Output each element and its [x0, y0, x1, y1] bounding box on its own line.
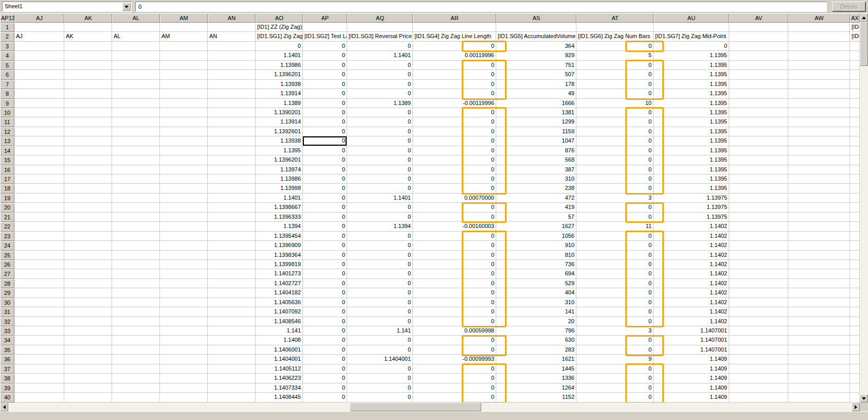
- cell-AP1[interactable]: [303, 23, 347, 32]
- cell-AX39[interactable]: [850, 383, 860, 393]
- cell-AL12[interactable]: [112, 127, 160, 136]
- cell-AO25[interactable]: 1.1398364: [256, 251, 303, 260]
- cell-AN35[interactable]: [208, 345, 256, 355]
- cell-AW6[interactable]: [788, 70, 850, 79]
- cell-AT25[interactable]: 0: [576, 251, 654, 260]
- cell-AQ22[interactable]: 1.1394: [347, 222, 413, 231]
- cell-AV32[interactable]: [729, 317, 788, 326]
- cell-AU31[interactable]: 1.1402: [654, 307, 729, 317]
- cell-AQ27[interactable]: 0: [347, 269, 413, 278]
- cell-AU33[interactable]: 1.1407001: [654, 326, 729, 336]
- cell-AJ38[interactable]: [14, 374, 64, 383]
- column-header-AW[interactable]: AW: [788, 13, 850, 23]
- cell-AT20[interactable]: 0: [576, 203, 654, 212]
- cell-AJ12[interactable]: [14, 127, 64, 136]
- column-header-AK[interactable]: AK: [64, 13, 112, 23]
- cell-AQ30[interactable]: 0: [347, 298, 413, 307]
- cell-AK32[interactable]: [64, 317, 112, 326]
- cell-AS4[interactable]: 929: [496, 51, 576, 60]
- cell-AK35[interactable]: [64, 345, 112, 355]
- cell-AT29[interactable]: 0: [576, 288, 654, 297]
- cell-AM16[interactable]: [160, 165, 208, 174]
- cell-AW36[interactable]: [788, 355, 850, 364]
- cell-AX20[interactable]: [850, 203, 860, 212]
- cell-AW10[interactable]: [788, 108, 850, 117]
- cell-AP13[interactable]: 0: [303, 136, 347, 146]
- cell-AS25[interactable]: 810: [496, 251, 576, 260]
- cell-AU25[interactable]: 1.1402: [654, 251, 729, 260]
- cell-AW22[interactable]: [788, 222, 850, 231]
- column-header-AN[interactable]: AN: [208, 13, 256, 23]
- cell-AJ8[interactable]: [14, 89, 64, 98]
- column-header-AP[interactable]: AP: [303, 13, 347, 23]
- cell-AV16[interactable]: [729, 165, 788, 174]
- cell-AT5[interactable]: 0: [576, 61, 654, 70]
- name-box[interactable]: AP13: [0, 13, 14, 23]
- cell-AM10[interactable]: [160, 108, 208, 117]
- cell-AU21[interactable]: 1.13975: [654, 213, 729, 222]
- cell-AK28[interactable]: [64, 279, 112, 288]
- cell-AX24[interactable]: [850, 241, 860, 250]
- cell-AJ9[interactable]: [14, 99, 64, 108]
- cell-AW33[interactable]: [788, 326, 850, 336]
- cell-AX31[interactable]: [850, 307, 860, 317]
- cell-AL17[interactable]: [112, 174, 160, 184]
- cell-AS5[interactable]: 751: [496, 61, 576, 70]
- cell-AP17[interactable]: 0: [303, 174, 347, 184]
- row-header-40[interactable]: 40: [0, 393, 14, 402]
- cell-AQ11[interactable]: 0: [347, 117, 413, 127]
- cell-AK20[interactable]: [64, 203, 112, 212]
- cell-AW1[interactable]: [788, 23, 850, 32]
- cell-AQ24[interactable]: 0: [347, 241, 413, 250]
- cell-AJ15[interactable]: [14, 155, 64, 165]
- cell-AR11[interactable]: 0: [413, 117, 496, 127]
- row-header-28[interactable]: 28: [0, 279, 14, 288]
- cell-AL13[interactable]: [112, 136, 160, 146]
- cell-AJ19[interactable]: [14, 194, 64, 203]
- cell-AW4[interactable]: [788, 51, 850, 60]
- cell-AN32[interactable]: [208, 317, 256, 326]
- cell-AS12[interactable]: 1159: [496, 127, 576, 136]
- cell-AW18[interactable]: [788, 184, 850, 193]
- cell-AJ24[interactable]: [14, 241, 64, 250]
- cell-AO22[interactable]: 1.1394: [256, 222, 303, 231]
- cell-AK26[interactable]: [64, 260, 112, 269]
- cell-AR40[interactable]: 0: [413, 393, 496, 402]
- cell-AQ8[interactable]: 0: [347, 89, 413, 98]
- cell-AX25[interactable]: [850, 251, 860, 260]
- cell-AW39[interactable]: [788, 383, 850, 393]
- cell-AL18[interactable]: [112, 184, 160, 193]
- cell-AK7[interactable]: [64, 80, 112, 89]
- cell-AO11[interactable]: 1.13914: [256, 117, 303, 127]
- cell-AT9[interactable]: 10: [576, 99, 654, 108]
- cell-AR35[interactable]: 0: [413, 345, 496, 355]
- cell-AR22[interactable]: -0.00160003: [413, 222, 496, 231]
- cell-AX17[interactable]: [850, 174, 860, 184]
- row-header-15[interactable]: 15: [0, 155, 14, 165]
- cell-AP18[interactable]: 0: [303, 184, 347, 193]
- cell-AQ19[interactable]: 1.1401: [347, 194, 413, 203]
- cell-AJ10[interactable]: [14, 108, 64, 117]
- cell-AW5[interactable]: [788, 61, 850, 70]
- cell-AX5[interactable]: [850, 61, 860, 70]
- cell-AW26[interactable]: [788, 260, 850, 269]
- cell-AS7[interactable]: 178: [496, 80, 576, 89]
- cell-AQ29[interactable]: 0: [347, 288, 413, 297]
- cell-AJ20[interactable]: [14, 203, 64, 212]
- cell-AN25[interactable]: [208, 251, 256, 260]
- cell-AS31[interactable]: 141: [496, 307, 576, 317]
- cell-AV27[interactable]: [729, 269, 788, 278]
- cell-AO40[interactable]: 1.1408445: [256, 393, 303, 402]
- cell-AP38[interactable]: 0: [303, 374, 347, 383]
- cell-AT21[interactable]: 0: [576, 213, 654, 222]
- cell-AV39[interactable]: [729, 383, 788, 393]
- cell-AX35[interactable]: [850, 345, 860, 355]
- cell-AW34[interactable]: [788, 336, 850, 345]
- cell-AP20[interactable]: 0: [303, 203, 347, 212]
- cell-AQ15[interactable]: 0: [347, 155, 413, 165]
- cell-AL32[interactable]: [112, 317, 160, 326]
- cell-AX26[interactable]: [850, 260, 860, 269]
- cell-AM22[interactable]: [160, 222, 208, 231]
- cell-AU26[interactable]: 1.1402: [654, 260, 729, 269]
- cell-AP3[interactable]: 0: [303, 42, 347, 51]
